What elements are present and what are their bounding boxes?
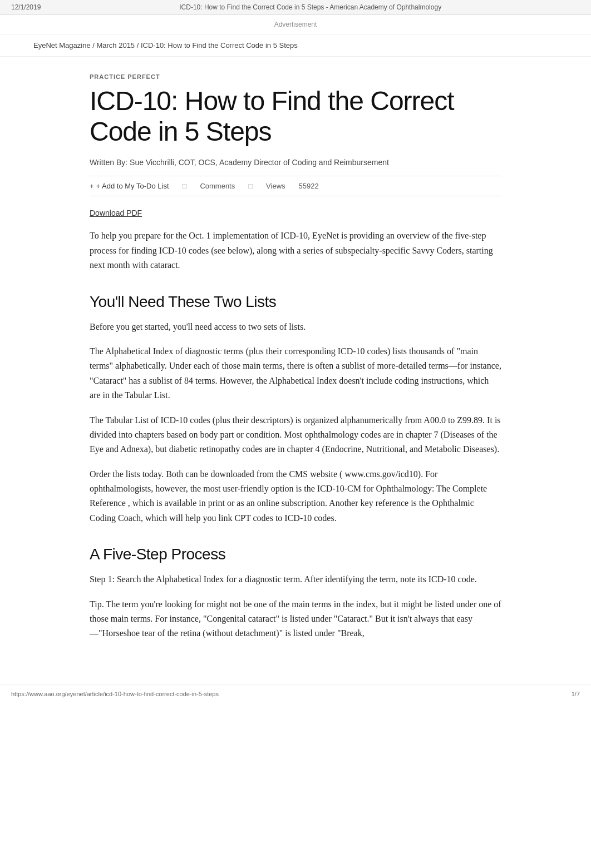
breadcrumb: EyeNet Magazine / March 2015 / ICD-10: H… — [0, 34, 591, 57]
article-content: PRACTICE PERFECT ICD-10: How to Find the… — [56, 57, 535, 673]
separator-2: □ — [248, 182, 253, 190]
section2-para1: Step 1: Search the Alphabetical Index fo… — [90, 572, 501, 587]
plus-icon: + — [90, 182, 94, 190]
page-footer: https://www.aao.org/eyenet/article/icd-1… — [0, 685, 591, 703]
download-pdf-link[interactable]: Download PDF — [90, 209, 501, 217]
section1-para4: Order the lists today. Both can be downl… — [90, 467, 501, 526]
author-line: Written By: Sue Vicchrilli, COT, OCS, Ac… — [90, 158, 501, 167]
section1-para1: Before you get started, you'll need acce… — [90, 320, 501, 334]
comments-label[interactable]: Comments — [200, 182, 235, 190]
section-label: PRACTICE PERFECT — [90, 73, 501, 80]
add-label: + Add to My To-Do List — [96, 182, 169, 190]
browser-title: ICD-10: How to Find the Correct Code in … — [41, 3, 580, 11]
footer-pagenum: 1/7 — [572, 691, 580, 697]
ad-label: Advertisement — [274, 21, 317, 28]
add-to-list-button[interactable]: + + Add to My To-Do List — [90, 182, 169, 190]
section2-para2: Tip. The term you're looking for might n… — [90, 597, 501, 641]
views-count: 55922 — [299, 182, 319, 190]
section1-heading: You'll Need These Two Lists — [90, 293, 501, 311]
article-title: ICD-10: How to Find the Correct Code in … — [90, 86, 501, 147]
views-label: Views — [266, 182, 285, 190]
section2-heading: A Five-Step Process — [90, 545, 501, 563]
browser-bar: 12/1/2019 ICD-10: How to Find the Correc… — [0, 0, 591, 15]
footer-url: https://www.aao.org/eyenet/article/icd-1… — [11, 691, 219, 697]
advertisement-bar: Advertisement — [0, 15, 591, 34]
section1-para3: The Tabular List of ICD-10 codes (plus t… — [90, 413, 501, 457]
meta-bar: + + Add to My To-Do List □ Comments □ Vi… — [90, 176, 501, 196]
section1-para2: The Alphabetical Index of diagnostic ter… — [90, 344, 501, 403]
browser-date: 12/1/2019 — [11, 3, 41, 11]
separator-1: □ — [183, 182, 187, 190]
intro-paragraph: To help you prepare for the Oct. 1 imple… — [90, 229, 501, 272]
